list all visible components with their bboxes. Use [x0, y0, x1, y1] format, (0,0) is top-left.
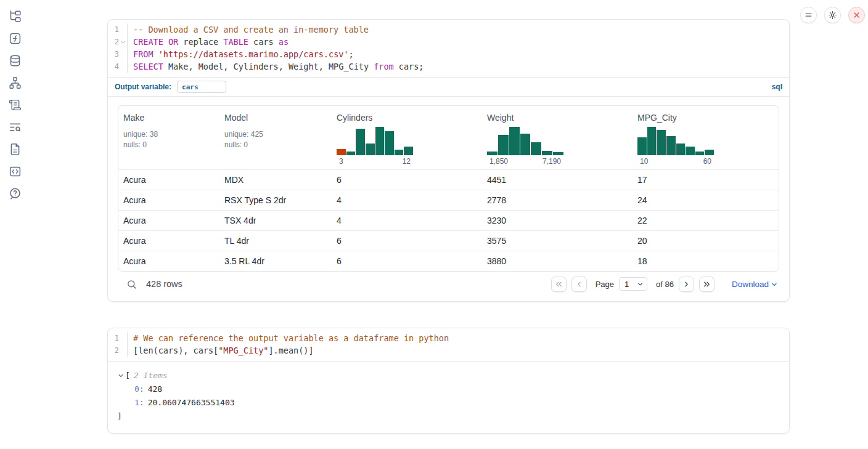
- code-line[interactable]: 1-- Download a CSV and create an in-memo…: [108, 23, 789, 36]
- table-row[interactable]: Acura3.5 RL 4dr6388018: [118, 251, 779, 272]
- dependency-graph-icon[interactable]: [9, 76, 22, 89]
- next-page-button[interactable]: [679, 277, 694, 292]
- code-text: CREATE OR replace TABLE cars as: [127, 36, 289, 48]
- download-button[interactable]: Download: [732, 280, 778, 289]
- column-header-model[interactable]: Modelunique: 425nulls: 0: [219, 106, 332, 170]
- table-cell: 4: [332, 190, 482, 211]
- column-label: MPG_City: [637, 113, 774, 123]
- histogram-bar[interactable]: [695, 152, 705, 155]
- histogram-bar[interactable]: [346, 152, 356, 155]
- column-histogram[interactable]: 1,8507,190: [487, 127, 563, 166]
- histogram-bar[interactable]: [385, 131, 394, 155]
- histogram-axis: 1060: [637, 157, 714, 166]
- items-count-label: 2 Items: [134, 369, 168, 382]
- code-line[interactable]: 2[len(cars), cars["MPG_City"].mean()]: [108, 344, 789, 357]
- column-label: Model: [224, 113, 327, 123]
- histogram-bar[interactable]: [705, 150, 714, 155]
- table-cell: 6: [332, 231, 482, 251]
- table-row[interactable]: AcuraTL 4dr6357520: [118, 231, 779, 251]
- sql-output-area: Makeunique: 38nulls: 0Modelunique: 425nu…: [108, 97, 789, 301]
- histogram-bar[interactable]: [531, 142, 541, 155]
- histogram-bar[interactable]: [498, 135, 509, 155]
- last-page-button[interactable]: [699, 277, 714, 292]
- code-line[interactable]: 4SELECT Make, Model, Cylinders, Weight, …: [108, 60, 789, 73]
- histogram-bar[interactable]: [395, 150, 404, 155]
- scratchpad-icon[interactable]: [9, 99, 22, 111]
- histogram-bar[interactable]: [375, 127, 385, 155]
- code-line[interactable]: 1# We can reference the output variable …: [108, 332, 789, 344]
- histogram-bar[interactable]: [366, 144, 375, 155]
- histogram-bar[interactable]: [666, 136, 676, 155]
- column-histogram[interactable]: 312: [337, 127, 413, 166]
- table-cell: 3575: [482, 231, 633, 251]
- language-badge[interactable]: sql: [772, 83, 782, 91]
- table-row[interactable]: AcuraMDX6445117: [118, 170, 779, 190]
- page-select[interactable]: 1: [619, 277, 647, 291]
- histogram-bar[interactable]: [487, 152, 497, 155]
- chevron-down-icon: [637, 281, 644, 288]
- settings-button[interactable]: [824, 7, 841, 23]
- column-header-weight[interactable]: Weight1,8507,190: [482, 106, 633, 170]
- histogram-bar[interactable]: [542, 151, 552, 155]
- snippets-icon[interactable]: [9, 165, 22, 178]
- code-text: -- Download a CSV and create an in-memor…: [127, 23, 369, 36]
- histogram-bar[interactable]: [337, 149, 346, 155]
- topbar: [800, 7, 865, 23]
- histogram-bar[interactable]: [647, 127, 657, 155]
- column-histogram[interactable]: 1060: [637, 127, 714, 166]
- histogram-bar[interactable]: [520, 134, 531, 155]
- column-header-cylinders[interactable]: Cylinders312: [332, 106, 482, 170]
- output-variable-label: Output variable:: [115, 83, 171, 91]
- column-header-make[interactable]: Makeunique: 38nulls: 0: [118, 106, 219, 170]
- column-stats: unique: 38nulls: 0: [123, 129, 215, 150]
- shutdown-button[interactable]: [848, 7, 865, 23]
- line-number: 2: [108, 36, 126, 48]
- python-cell: 1# We can reference the output variable …: [107, 328, 790, 434]
- histogram-bar[interactable]: [686, 147, 695, 155]
- documentation-icon[interactable]: [9, 143, 22, 156]
- line-number: 3: [108, 48, 126, 60]
- collapse-toggle-icon[interactable]: [117, 372, 125, 379]
- table-cell: 3.5 RL 4dr: [219, 251, 332, 272]
- table-cell: 20: [633, 231, 779, 251]
- data-sources-icon[interactable]: [9, 54, 22, 67]
- logs-icon[interactable]: [9, 121, 22, 134]
- table-cell: RSX Type S 2dr: [219, 190, 332, 211]
- notebook-menu-button[interactable]: [800, 7, 817, 23]
- histogram-bar[interactable]: [676, 144, 686, 155]
- pagination: Page 1 of 86 Download: [551, 277, 778, 292]
- table-cell: 3880: [482, 251, 633, 272]
- sql-code-editor[interactable]: 1-- Download a CSV and create an in-memo…: [108, 20, 789, 77]
- histogram-bar[interactable]: [356, 129, 365, 155]
- help-icon[interactable]: [9, 187, 22, 200]
- histogram-bar[interactable]: [637, 137, 647, 155]
- table-row[interactable]: AcuraTSX 4dr4323022: [118, 211, 779, 231]
- table-cell: 2778: [482, 190, 633, 211]
- histogram-bar[interactable]: [657, 130, 666, 155]
- python-output-tree: [ 2 Items 0:4281:20.060747663551403 ]: [108, 362, 789, 433]
- line-number: 1: [108, 332, 126, 344]
- table-row[interactable]: AcuraRSX Type S 2dr4277824: [118, 190, 779, 211]
- code-line[interactable]: 3FROM 'https://datasets.marimo.app/cars.…: [108, 48, 789, 60]
- item-index: 0:: [134, 384, 144, 394]
- file-explorer-icon[interactable]: [9, 10, 22, 23]
- histogram-bar[interactable]: [509, 127, 520, 155]
- previous-page-button[interactable]: [571, 277, 587, 292]
- table-cell: Acura: [118, 231, 219, 251]
- variables-icon[interactable]: [9, 32, 22, 45]
- page-total: of 86: [656, 280, 674, 289]
- histogram-bar[interactable]: [553, 152, 563, 155]
- table-cell: 4: [332, 211, 482, 231]
- download-label: Download: [732, 280, 769, 289]
- column-header-mpg_city[interactable]: MPG_City1060: [633, 106, 779, 170]
- sidebar: [0, 0, 30, 200]
- search-icon[interactable]: [126, 279, 137, 289]
- table-cell: 6: [332, 170, 482, 190]
- sql-cell: 1-- Download a CSV and create an in-memo…: [107, 19, 790, 302]
- code-line[interactable]: 2CREATE OR replace TABLE cars as: [108, 36, 789, 48]
- first-page-button[interactable]: [551, 277, 567, 292]
- histogram-bar[interactable]: [404, 147, 413, 155]
- fold-chevron-icon[interactable]: [120, 39, 126, 46]
- python-code-editor[interactable]: 1# We can reference the output variable …: [108, 328, 789, 361]
- output-variable-input[interactable]: cars: [177, 81, 226, 93]
